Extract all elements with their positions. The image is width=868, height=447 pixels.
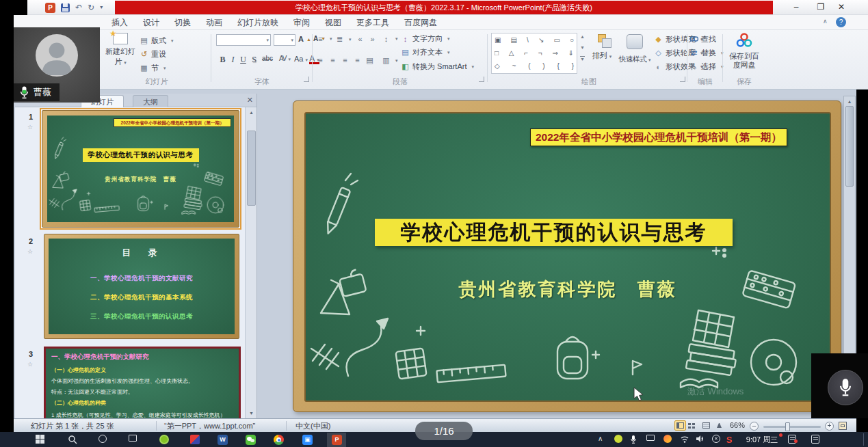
tray-display-device[interactable] <box>646 435 655 441</box>
increase-indent-button[interactable]: » <box>368 35 377 43</box>
shapes-scroll-up-icon[interactable]: ▲ <box>580 34 585 39</box>
zoom-slider-thumb[interactable] <box>785 422 790 431</box>
tab-transitions[interactable]: 切换 <box>167 15 198 29</box>
shapes-scroll-down-icon[interactable]: ▼ <box>580 45 585 50</box>
tab-slideshow[interactable]: 幻灯片放映 <box>230 15 286 29</box>
mute-button[interactable] <box>828 370 863 405</box>
shapes-gallery[interactable]: ▣▤\↘▭○ □△⌐¬⇒⇓ ◇~(){} <box>491 33 577 74</box>
taskbar-search-button[interactable] <box>68 435 77 444</box>
decrease-indent-button[interactable]: « <box>356 35 365 43</box>
find-button[interactable]: 查找 <box>689 34 716 44</box>
slideshow-view-button[interactable] <box>713 420 725 431</box>
panel-close-icon[interactable]: ✕ <box>247 96 253 105</box>
zoom-slider[interactable] <box>763 426 821 428</box>
new-slide-button[interactable]: 新建幻灯片 <box>104 33 137 77</box>
quick-styles-button[interactable]: 快速样式 <box>618 34 651 64</box>
convert-smartart-button[interactable]: ◧转换为 SmartArt <box>401 62 474 72</box>
tab-view[interactable]: 视图 <box>317 15 349 29</box>
bullets-button[interactable]: ≡ <box>316 35 332 43</box>
tab-more-tools[interactable]: 更多工具 <box>349 15 397 29</box>
start-button[interactable] <box>36 435 44 444</box>
tray-network[interactable] <box>680 435 689 443</box>
cortana-button[interactable] <box>98 435 107 443</box>
thumbnail-slide-1[interactable]: 2022年全省中小学校园心理危机干预培训（第一期） 学校心理危机干预的认识与思考… <box>40 108 241 230</box>
tab-design[interactable]: 设计 <box>135 15 167 29</box>
tray-mic-device[interactable] <box>630 435 637 444</box>
strikethrough-button[interactable]: abc <box>260 55 275 62</box>
taskbar-clock[interactable]: 9:07 周三 <box>742 435 782 445</box>
task-view-button[interactable] <box>129 435 137 442</box>
slide-sorter-button[interactable] <box>687 420 699 431</box>
language-status[interactable]: 中文(中国) <box>295 421 330 431</box>
justify-button[interactable]: ≡ <box>353 56 362 64</box>
undo-icon[interactable]: ↶ <box>75 1 82 14</box>
tray-volume[interactable] <box>696 435 705 443</box>
align-center-button[interactable]: ≡ <box>328 56 337 64</box>
reset-button[interactable]: ↺重设 <box>140 49 166 59</box>
section-button[interactable]: ▦节 <box>140 63 166 73</box>
normal-view-button[interactable] <box>674 420 686 431</box>
layout-button[interactable]: ▤版式 <box>140 36 174 46</box>
tray-notification-1[interactable] <box>788 435 796 444</box>
grow-font-button[interactable]: A▲ <box>298 35 311 43</box>
tray-app-1[interactable] <box>614 435 622 443</box>
tray-app-s[interactable]: S <box>726 435 733 445</box>
text-shadow-button[interactable]: S <box>249 55 259 65</box>
tab-insert[interactable]: 插入 <box>104 15 135 29</box>
scroll-down-icon[interactable]: ▼ <box>246 408 257 418</box>
redo-icon[interactable]: ↻ <box>88 1 94 14</box>
zoom-in-button[interactable]: + <box>825 422 834 431</box>
font-size-select[interactable] <box>274 34 295 46</box>
taskbar-app-powerpoint[interactable]: P <box>332 435 342 445</box>
scroll-up-icon[interactable]: ▲ <box>246 107 257 118</box>
taskbar-app-meeting[interactable]: ▣ <box>302 435 313 445</box>
text-direction-button[interactable]: ↕文字方向 <box>401 33 450 44</box>
tab-outline[interactable]: 大纲 <box>133 95 168 107</box>
shapes-more-icon[interactable]: ▼ <box>580 56 585 62</box>
tray-app-3[interactable]: ✕ <box>712 435 720 443</box>
minimize-button[interactable]: – <box>787 0 805 15</box>
replace-button[interactable]: ⇄替换 <box>689 48 724 58</box>
zoom-out-button[interactable]: – <box>750 422 759 431</box>
underline-button[interactable]: U <box>238 55 248 65</box>
line-spacing-button[interactable]: ↕ <box>382 35 398 43</box>
taskbar-app-chrome[interactable] <box>274 435 284 445</box>
align-left-button[interactable]: ≡ <box>316 56 325 64</box>
panel-scroll-thumb[interactable] <box>247 131 256 206</box>
collapse-ribbon-icon[interactable]: ∧ <box>823 18 828 25</box>
font-name-select[interactable] <box>216 34 271 46</box>
paragraph-dialog-launcher[interactable] <box>479 77 484 82</box>
reading-view-button[interactable] <box>700 420 712 431</box>
main-scroll-thumb[interactable] <box>845 106 854 187</box>
columns-button[interactable]: ▥ <box>382 56 398 65</box>
align-right-button[interactable]: ≡ <box>341 56 350 64</box>
select-button[interactable]: ↖选择 <box>689 62 724 72</box>
powerpoint-app-icon[interactable]: P <box>45 3 55 13</box>
tab-animations[interactable]: 动画 <box>198 15 230 29</box>
taskbar-app-word[interactable]: W <box>218 435 228 445</box>
thumbnail-slide-3[interactable]: 一、学校心理危机干预的文献研究 （一）心理危机的定义 个体面对强烈的生活刺激引发… <box>44 347 241 418</box>
italic-button[interactable]: I <box>228 55 238 65</box>
close-button[interactable]: ✕ <box>832 0 850 15</box>
arrange-button[interactable]: 排列 <box>588 34 616 61</box>
fit-to-window-button[interactable] <box>839 422 847 430</box>
save-icon[interactable] <box>61 3 70 12</box>
restore-button[interactable]: ❐ <box>812 0 830 15</box>
font-dialog-launcher[interactable] <box>304 77 309 82</box>
tab-review[interactable]: 审阅 <box>286 15 317 29</box>
tray-expand-button[interactable]: ∧ <box>598 435 603 442</box>
character-spacing-button[interactable]: AV <box>278 55 291 62</box>
tray-notification-2[interactable] <box>811 435 819 444</box>
bold-button[interactable]: B <box>218 55 228 65</box>
show-desktop-divider[interactable] <box>863 433 864 446</box>
taskbar-app-wechat[interactable] <box>246 435 256 445</box>
taskbar-app-media[interactable] <box>190 435 200 444</box>
distribute-button[interactable]: ▤ <box>365 56 374 65</box>
panel-scrollbar[interactable]: ▲ ▼ <box>245 107 257 418</box>
align-text-button[interactable]: ▤对齐文本 <box>401 47 450 57</box>
numbering-button[interactable]: ≣ <box>335 35 352 44</box>
webcam-overlay[interactable]: 曹薇 <box>14 27 100 103</box>
change-case-button[interactable]: Aa <box>294 55 308 63</box>
help-icon[interactable]: ? <box>836 17 846 27</box>
scroll-up-icon[interactable]: ▲ <box>844 96 855 107</box>
